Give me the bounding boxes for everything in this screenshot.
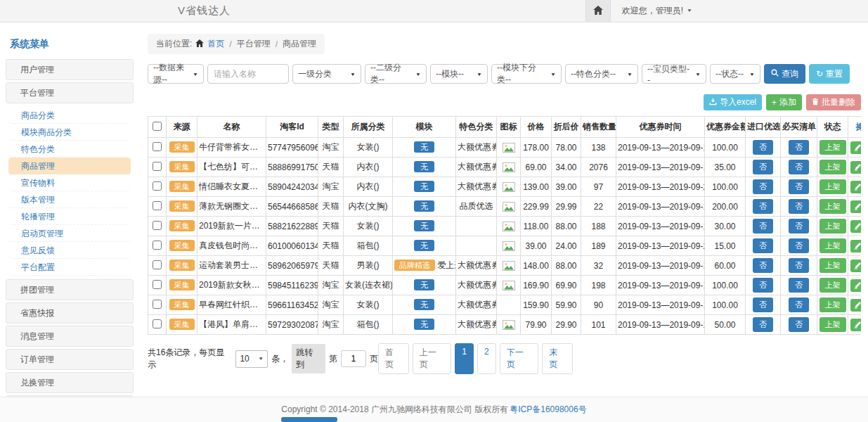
status-toggle[interactable]: 上架 [820,238,846,253]
status-toggle[interactable]: 上架 [820,219,846,234]
sidebar-group[interactable]: 兑换管理 [6,372,134,393]
sidebar-item[interactable]: 特色分类 [8,141,131,158]
batch-delete-button[interactable]: 批量删除 [806,94,861,110]
edit-button[interactable] [850,141,861,154]
sidebar-group[interactable]: 用户管理 [6,59,134,80]
sidebar-item[interactable]: 模块商品分类 [8,124,131,141]
status-toggle[interactable]: 上架 [820,298,846,312]
sidebar-group[interactable]: 拼团管理 [6,279,134,300]
must-buy-toggle[interactable]: 否 [789,179,809,194]
search-button[interactable]: 查询 [764,64,805,84]
per-page-select[interactable]: 10 ▼ [235,350,268,368]
import-select-toggle[interactable]: 否 [753,219,773,234]
module-none-badge[interactable]: 无 [414,240,434,251]
filter-select-6[interactable]: --宝贝类型--▼ [642,64,706,84]
pager-下一页[interactable]: 下一页 [500,343,539,374]
row-checkbox[interactable] [153,142,162,151]
import-select-toggle[interactable]: 否 [753,298,773,312]
page-number-input[interactable] [341,350,366,367]
breadcrumb-item[interactable]: 商品管理 [283,38,316,50]
module-none-badge[interactable]: 无 [414,299,434,310]
source-badge[interactable]: 采集 [169,181,195,192]
import-select-toggle[interactable]: 否 [753,258,773,273]
source-badge[interactable]: 采集 [169,319,195,330]
must-buy-toggle[interactable]: 否 [789,238,809,253]
status-toggle[interactable]: 上架 [820,278,846,293]
add-button[interactable]: + 添加 [766,94,802,110]
breadcrumb-item[interactable]: 平台管理 [237,38,271,50]
import-select-toggle[interactable]: 否 [753,179,773,194]
source-badge[interactable]: 采集 [169,260,195,271]
sidebar-item[interactable]: 启动页管理 [8,225,131,242]
source-badge[interactable]: 采集 [169,161,195,172]
must-buy-toggle[interactable]: 否 [789,160,809,174]
row-checkbox[interactable] [153,300,162,309]
name-search-input[interactable] [207,64,289,84]
pager-1[interactable]: 1 [455,343,474,374]
module-none-badge[interactable]: 无 [414,181,434,192]
icp-link[interactable]: 粤ICP备16098006号 [510,404,586,416]
filter-select-5[interactable]: --特色分类--▼ [565,64,638,84]
sidebar-item[interactable]: 商品管理 [8,158,131,174]
filter-select-1[interactable]: 一级分类▼ [292,64,361,84]
status-toggle[interactable]: 上架 [820,179,846,194]
select-all-checkbox[interactable] [153,122,162,131]
row-checkbox[interactable] [153,280,162,289]
edit-button[interactable] [850,220,861,233]
edit-button[interactable] [850,260,861,272]
import-select-toggle[interactable]: 否 [753,140,773,155]
import-select-toggle[interactable]: 否 [753,238,773,253]
must-buy-toggle[interactable]: 否 [789,219,809,234]
sidebar-item[interactable]: 商品分类 [8,107,131,124]
row-checkbox[interactable] [153,241,162,250]
module-none-badge[interactable]: 无 [414,161,434,172]
module-badge[interactable]: 品牌精选 [394,260,435,271]
edit-button[interactable] [850,161,861,174]
module-none-badge[interactable]: 无 [414,220,434,231]
must-buy-toggle[interactable]: 否 [789,278,809,293]
sidebar-group[interactable]: 省惠快报 [6,302,134,324]
source-badge[interactable]: 采集 [169,240,195,251]
sidebar-item[interactable]: 平台配置 [8,259,131,276]
filter-select-0[interactable]: --数据来源--▼ [148,64,204,84]
must-buy-toggle[interactable]: 否 [789,317,809,332]
edit-button[interactable] [850,240,861,252]
status-toggle[interactable]: 上架 [820,258,846,273]
horizontal-scrollbar-thumb[interactable] [281,417,337,422]
module-none-badge[interactable]: 无 [414,141,434,153]
filter-select-7[interactable]: --状态--▼ [710,64,760,84]
jump-button[interactable]: 跳转到 [292,344,325,373]
status-toggle[interactable]: 上架 [820,317,846,332]
import-select-toggle[interactable]: 否 [753,199,773,214]
edit-button[interactable] [850,181,861,193]
import-select-toggle[interactable]: 否 [753,160,773,174]
edit-button[interactable] [850,200,861,213]
sidebar-group[interactable]: 订单管理 [6,349,134,370]
reset-button[interactable]: ↻ 重置 [809,64,850,84]
row-checkbox[interactable] [153,201,162,210]
source-badge[interactable]: 采集 [169,279,195,290]
source-badge[interactable]: 采集 [169,200,195,212]
sidebar-group[interactable]: 消息管理 [6,326,134,347]
sidebar-item[interactable]: 版本管理 [8,191,131,208]
sidebar-group[interactable]: 平台管理 [6,82,134,103]
import-select-toggle[interactable]: 否 [753,317,773,332]
pager-上一页[interactable]: 上一页 [413,343,452,374]
source-badge[interactable]: 采集 [169,141,195,153]
status-toggle[interactable]: 上架 [820,199,846,214]
row-checkbox[interactable] [153,162,162,171]
pager-2[interactable]: 2 [477,343,496,374]
row-checkbox[interactable] [153,319,162,328]
row-checkbox[interactable] [153,221,162,230]
must-buy-toggle[interactable]: 否 [789,199,809,214]
status-toggle[interactable]: 上架 [820,160,846,174]
must-buy-toggle[interactable]: 否 [789,298,809,312]
sidebar-item[interactable]: 轮播管理 [8,208,131,225]
pager-首页[interactable]: 首页 [378,343,409,374]
source-badge[interactable]: 采集 [169,299,195,310]
import-excel-button[interactable]: 导入excel [704,94,762,110]
must-buy-toggle[interactable]: 否 [789,258,809,273]
home-button[interactable] [585,0,611,22]
pager-末页[interactable]: 末页 [542,343,573,374]
breadcrumb-home-link[interactable]: 首页 [207,38,224,50]
